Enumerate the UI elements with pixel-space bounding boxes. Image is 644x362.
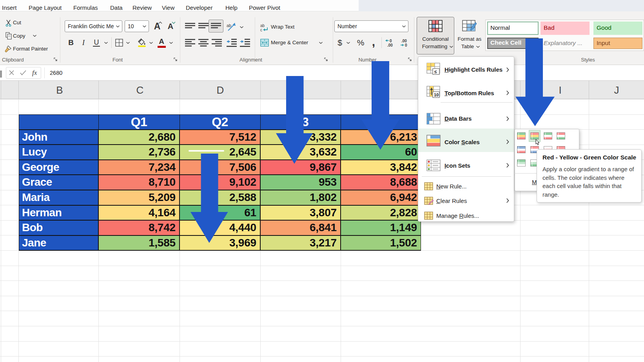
svg-text:0: 0 [390,39,392,43]
svg-text:c: c [260,28,262,32]
svg-text:ab: ab [227,23,231,28]
svg-text:≤: ≤ [434,69,437,74]
svg-text:0: 0 [405,43,407,47]
svg-text:.00: .00 [401,39,407,43]
svg-text:ab: ab [260,24,265,28]
svg-text:.00: .00 [387,43,393,47]
svg-text:10: 10 [434,92,439,97]
